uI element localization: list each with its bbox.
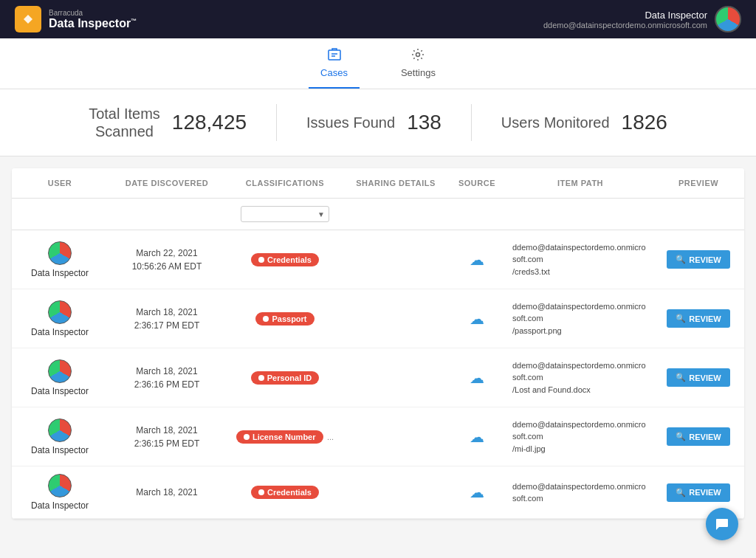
row4-actions: DISMISS bbox=[743, 421, 744, 453]
table-row: Data Inspector March 18, 20212:36:16 PM … bbox=[12, 348, 744, 407]
avatar bbox=[48, 474, 72, 497]
cloud-icon: ☁ bbox=[470, 370, 484, 386]
svg-rect-1 bbox=[329, 50, 340, 60]
table-row: Data Inspector March 18, 20212:36:17 PM … bbox=[12, 289, 744, 348]
item-path: ddemo@datainspectordemo.onmicrosoft.com/… bbox=[512, 241, 648, 278]
row5-actions: DISMISS bbox=[743, 476, 744, 509]
classification-badge: License Number bbox=[236, 430, 323, 444]
classification-filter[interactable] bbox=[241, 206, 329, 222]
avatar bbox=[715, 6, 741, 32]
row5-date: March 18, 2021 bbox=[108, 478, 226, 506]
table-header: USER DATE DISCOVERED CLASSIFICATIONS SHA… bbox=[12, 168, 744, 199]
avatar bbox=[48, 418, 72, 442]
logo-area: Barracuda Data Inspector™ bbox=[15, 6, 137, 32]
brand-label: Barracuda bbox=[49, 9, 137, 17]
row3-preview: 🔍 REVIEW bbox=[654, 361, 743, 394]
row3-classification: Personal ID bbox=[226, 364, 344, 392]
col-sharing: SHARING DETAILS bbox=[344, 176, 447, 190]
search-icon: 🔍 bbox=[676, 488, 686, 497]
avatar bbox=[48, 241, 72, 265]
col-actions: ACTIONS bbox=[743, 176, 744, 190]
row2-actions: DISMISS bbox=[743, 303, 744, 335]
filter-sharing bbox=[344, 203, 447, 225]
col-path: ITEM PATH bbox=[506, 176, 654, 190]
col-user: USER bbox=[12, 176, 108, 190]
badge-dot bbox=[244, 434, 250, 440]
cloud-icon: ☁ bbox=[470, 429, 484, 445]
classification-filter-wrapper[interactable]: ▼ bbox=[241, 206, 329, 222]
filter-row: ▼ bbox=[12, 199, 744, 230]
classification-badge: Passport bbox=[255, 312, 314, 326]
user-name-label: Data Inspector bbox=[31, 386, 89, 396]
item-path: ddemo@datainspectordemo.onmicrosoft.com/… bbox=[512, 418, 648, 455]
review-button[interactable]: 🔍 REVIEW bbox=[667, 250, 729, 269]
row5-sharing bbox=[344, 485, 447, 500]
settings-label: Settings bbox=[401, 67, 436, 78]
user-name-label: Data Inspector bbox=[31, 327, 89, 337]
search-icon: 🔍 bbox=[676, 373, 686, 382]
row5-user: Data Inspector bbox=[12, 466, 108, 518]
row3-sharing bbox=[344, 371, 447, 385]
badge-label: Credentials bbox=[267, 488, 312, 497]
badge-dot bbox=[258, 375, 264, 381]
search-icon: 🔍 bbox=[676, 314, 686, 323]
classification-badge: Personal ID bbox=[251, 371, 320, 385]
item-path: ddemo@datainspectordemo.onmicrosoft.com/… bbox=[512, 359, 648, 396]
filter-date bbox=[108, 203, 226, 225]
nav-item-cases[interactable]: Cases bbox=[309, 38, 360, 89]
cloud-icon: ☁ bbox=[470, 484, 484, 500]
logo-text-area: Barracuda Data Inspector™ bbox=[49, 9, 137, 30]
filter-classifications[interactable]: ▼ bbox=[226, 203, 344, 225]
table-row: Data Inspector March 18, 20212:36:15 PM … bbox=[12, 407, 744, 466]
filter-actions bbox=[743, 203, 744, 225]
more-indicator: ... bbox=[327, 433, 334, 441]
total-items-value: 128,425 bbox=[172, 111, 247, 134]
row2-path: ddemo@datainspectordemo.onmicrosoft.com/… bbox=[506, 293, 654, 345]
issues-label: Issues Found bbox=[306, 114, 395, 131]
nav-item-settings[interactable]: Settings bbox=[389, 38, 447, 89]
row4-preview: 🔍 REVIEW bbox=[654, 420, 743, 453]
users-label: Users Monitored bbox=[501, 114, 610, 131]
avatar bbox=[48, 359, 72, 383]
row1-source: ☁ bbox=[447, 244, 506, 276]
app-header: Barracuda Data Inspector™ Data Inspector… bbox=[0, 0, 756, 38]
row3-path: ddemo@datainspectordemo.onmicrosoft.com/… bbox=[506, 352, 654, 404]
row2-date: March 18, 20212:36:17 PM EDT bbox=[108, 298, 226, 340]
review-button[interactable]: 🔍 REVIEW bbox=[667, 483, 729, 502]
search-icon: 🔍 bbox=[676, 432, 686, 441]
issues-value: 138 bbox=[407, 111, 441, 134]
row5-path: ddemo@datainspectordemo.onmicrosoft.com bbox=[506, 473, 654, 512]
col-date: DATE DISCOVERED bbox=[108, 176, 226, 190]
row3-date: March 18, 20212:36:16 PM EDT bbox=[108, 357, 226, 399]
stats-bar: Total ItemsScanned 128,425 Issues Found … bbox=[0, 89, 756, 156]
row4-classification: License Number ... bbox=[226, 423, 344, 451]
row2-user: Data Inspector bbox=[12, 293, 108, 345]
main-nav: Cases Settings bbox=[0, 38, 756, 89]
row2-preview: 🔍 REVIEW bbox=[654, 302, 743, 335]
badge-dot bbox=[258, 489, 264, 495]
avatar bbox=[48, 300, 72, 324]
row1-path: ddemo@datainspectordemo.onmicrosoft.com/… bbox=[506, 234, 654, 286]
review-button[interactable]: 🔍 REVIEW bbox=[667, 368, 729, 387]
user-name-label: Data Inspector bbox=[31, 445, 89, 455]
row1-preview: 🔍 REVIEW bbox=[654, 243, 743, 276]
table-row: Data Inspector March 22, 202110:56:26 AM… bbox=[12, 230, 744, 289]
stat-total-items: Total ItemsScanned 128,425 bbox=[59, 105, 276, 140]
row4-sharing bbox=[344, 430, 447, 444]
user-name-label: Data Inspector bbox=[31, 500, 89, 511]
row4-user: Data Inspector bbox=[12, 411, 108, 463]
row5-source: ☁ bbox=[447, 476, 506, 509]
review-button[interactable]: 🔍 REVIEW bbox=[667, 309, 729, 328]
cases-label: Cases bbox=[320, 67, 348, 78]
filter-source bbox=[447, 203, 506, 225]
row5-preview: 🔍 REVIEW bbox=[654, 476, 743, 509]
col-classifications: CLASSIFICATIONS bbox=[226, 176, 344, 190]
review-button[interactable]: 🔍 REVIEW bbox=[667, 427, 729, 446]
row3-source: ☁ bbox=[447, 362, 506, 394]
filter-user bbox=[12, 203, 108, 225]
row1-user: Data Inspector bbox=[12, 234, 108, 286]
item-path: ddemo@datainspectordemo.onmicrosoft.com/… bbox=[512, 300, 648, 337]
user-name-label: Data Inspector bbox=[31, 268, 89, 278]
row5-classification: Credentials bbox=[226, 478, 344, 506]
table-row: Data Inspector March 18, 2021 Credential… bbox=[12, 466, 744, 519]
